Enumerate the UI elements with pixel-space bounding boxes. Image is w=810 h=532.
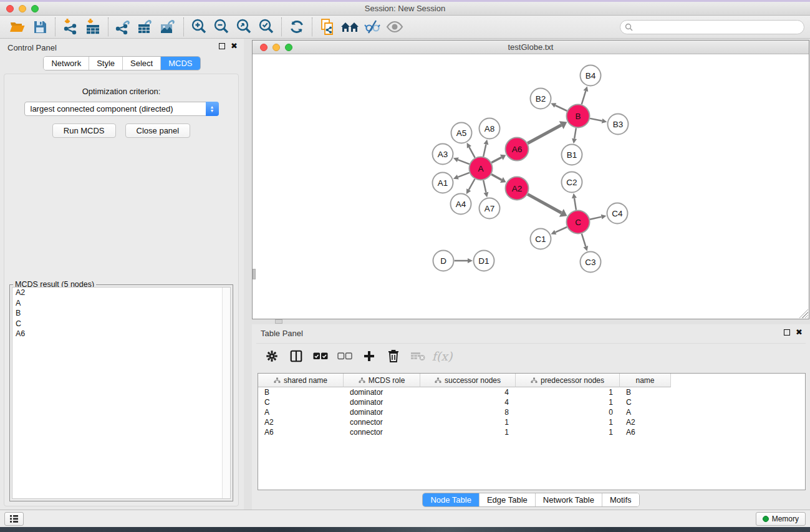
edge-C-C2[interactable] <box>574 198 576 210</box>
table-row[interactable]: Cdominator41C <box>258 397 805 407</box>
zoom-out-icon[interactable] <box>210 17 233 36</box>
mcds-result-item[interactable]: B <box>12 308 230 319</box>
vertical-scrollbar-thumb[interactable] <box>253 269 256 279</box>
close-panel-button[interactable]: Close panel <box>125 123 191 138</box>
tab-edge-table[interactable]: Edge Table <box>479 493 535 506</box>
export-image-icon[interactable] <box>157 17 180 36</box>
close-panel-icon[interactable]: ✖ <box>231 43 238 49</box>
edge-C-C3[interactable] <box>582 234 586 247</box>
column-header-successor-nodes[interactable]: successor nodes <box>420 374 516 387</box>
table-cell[interactable]: connector <box>344 417 420 427</box>
table-cell[interactable]: A6 <box>620 427 671 437</box>
edge-B-B3[interactable] <box>590 118 602 121</box>
edge-C-C4[interactable] <box>590 217 602 220</box>
select-all-checkboxes-icon[interactable] <box>311 348 330 364</box>
table-cell[interactable]: 1 <box>516 427 620 437</box>
float-panel-icon[interactable] <box>219 43 225 49</box>
table-cell[interactable]: B <box>620 387 671 397</box>
table-cell[interactable]: 8 <box>420 407 516 417</box>
clear-selection-checkboxes-icon[interactable] <box>335 348 354 364</box>
table-cell[interactable]: 4 <box>420 397 516 407</box>
tab-network[interactable]: Network <box>44 57 89 70</box>
mcds-result-item[interactable]: A6 <box>12 329 230 339</box>
duplicate-network-icon[interactable] <box>316 17 339 36</box>
homes-icon[interactable] <box>339 17 361 36</box>
run-mcds-button[interactable]: Run MCDS <box>52 123 116 138</box>
tab-select[interactable]: Select <box>122 57 160 70</box>
column-view-icon[interactable] <box>287 348 306 364</box>
memory-button[interactable]: Memory <box>756 512 806 526</box>
edge-B-B2[interactable] <box>556 105 567 111</box>
edge-A6-B[interactable] <box>528 125 561 143</box>
column-header-predecessor-nodes[interactable]: predecessor nodes <box>516 374 620 387</box>
table-cell[interactable]: dominator <box>344 387 420 397</box>
edge-B-B4[interactable] <box>582 91 586 105</box>
edge-A-A4[interactable] <box>469 179 475 190</box>
table-cell[interactable]: 1 <box>420 427 516 437</box>
table-row[interactable]: Bdominator41B <box>258 387 805 397</box>
import-network-icon[interactable] <box>59 17 82 36</box>
table-cell[interactable]: 1 <box>516 417 620 427</box>
table-cell[interactable]: 0 <box>516 407 620 417</box>
close-table-panel-icon[interactable]: ✖ <box>796 329 803 336</box>
edge-A-A3[interactable] <box>458 160 469 164</box>
tab-node-table[interactable]: Node Table <box>423 493 479 506</box>
status-menu-button[interactable] <box>4 512 24 526</box>
edge-A-A8[interactable] <box>483 144 486 157</box>
export-table-icon[interactable] <box>135 17 157 36</box>
table-cell[interactable]: 1 <box>516 397 620 407</box>
settings-gear-icon[interactable] <box>263 348 281 364</box>
search-input[interactable] <box>620 20 804 34</box>
mcds-result-list[interactable]: A2ABCA6 <box>12 287 231 499</box>
column-header-name[interactable]: name <box>620 374 671 387</box>
table-cell[interactable]: A2 <box>258 417 344 427</box>
edge-A2-C[interactable] <box>528 194 561 213</box>
import-table-icon[interactable] <box>82 17 104 36</box>
zoom-selected-icon[interactable] <box>255 17 277 36</box>
table-cell[interactable]: A6 <box>258 427 344 437</box>
edge-A-A7[interactable] <box>483 180 486 193</box>
column-header-MCDS-role[interactable]: MCDS role <box>344 374 420 387</box>
edge-C-C1[interactable] <box>556 227 567 232</box>
table-row[interactable]: Adominator80A <box>258 407 805 417</box>
tab-network-table[interactable]: Network Table <box>535 493 602 506</box>
table-cell[interactable]: A2 <box>620 417 671 427</box>
table-cell[interactable]: 4 <box>420 387 516 397</box>
zoom-fit-icon[interactable] <box>233 17 255 36</box>
criterion-select[interactable]: largest connected component (directed) ▲… <box>24 102 219 116</box>
tab-mcds[interactable]: MCDS <box>160 57 200 70</box>
hide-glasses-icon[interactable] <box>361 17 383 36</box>
column-header-shared-name[interactable]: shared name <box>258 374 344 387</box>
edge-A-A5[interactable] <box>469 147 475 158</box>
refresh-icon[interactable] <box>286 17 308 36</box>
table-cell[interactable]: 1 <box>420 417 516 427</box>
save-icon[interactable] <box>29 17 51 36</box>
table-cell[interactable]: connector <box>344 427 420 437</box>
tab-style[interactable]: Style <box>89 57 122 70</box>
table-cell[interactable]: B <box>258 387 344 397</box>
edge-A-A2[interactable] <box>491 174 501 180</box>
mcds-result-item[interactable]: A <box>12 298 230 309</box>
table-cell[interactable]: C <box>620 397 671 407</box>
float-table-panel-icon[interactable] <box>784 329 790 336</box>
delete-column-icon[interactable] <box>384 348 403 364</box>
zoom-in-icon[interactable] <box>188 17 210 36</box>
table-row[interactable]: A2connector11A2 <box>258 417 805 427</box>
add-column-icon[interactable] <box>360 348 378 364</box>
table-cell[interactable]: A <box>620 407 671 417</box>
export-network-icon[interactable] <box>112 17 135 36</box>
tab-motifs[interactable]: Motifs <box>602 493 639 506</box>
table-cell[interactable]: dominator <box>344 407 420 417</box>
edge-A-A6[interactable] <box>491 157 501 163</box>
table-cell[interactable]: dominator <box>344 397 420 407</box>
horizontal-scrollbar-thumb[interactable] <box>275 319 282 324</box>
network-window-titlebar[interactable]: testGlobe.txt <box>253 41 809 54</box>
open-folder-icon[interactable] <box>6 17 29 36</box>
result-scrollbar[interactable] <box>222 288 230 498</box>
network-canvas[interactable]: B4B2BB3A8A5A6A3B1AA1C2A2A4A7CC4C1C3DD1 <box>253 54 809 319</box>
mcds-result-item[interactable]: A2 <box>12 288 230 298</box>
table-row[interactable]: A6connector11A6 <box>258 427 805 437</box>
table-cell[interactable]: C <box>258 397 344 407</box>
mcds-result-item[interactable]: C <box>12 319 230 329</box>
table-cell[interactable]: 1 <box>516 387 620 397</box>
